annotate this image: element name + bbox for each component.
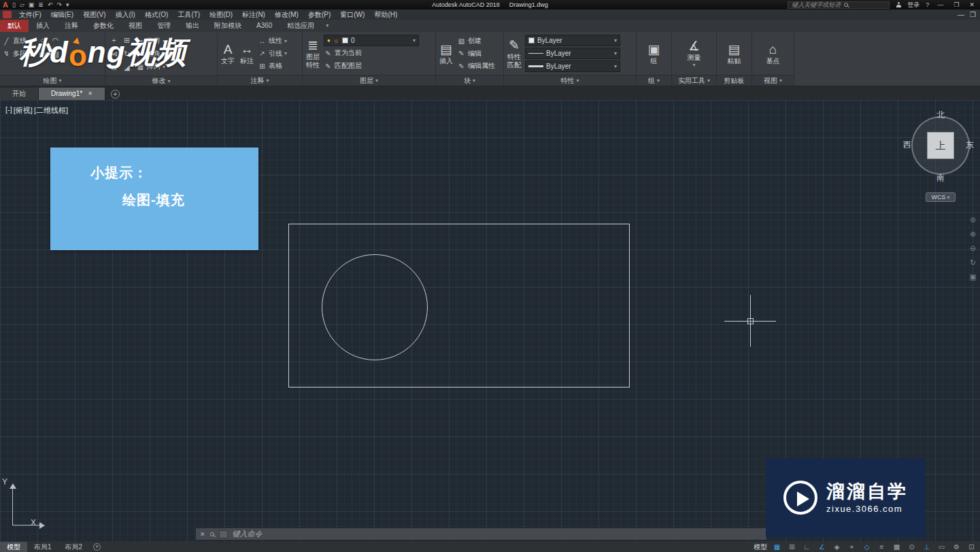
clean-screen-icon[interactable]: ⊡ — [966, 543, 977, 551]
menu-modify[interactable]: 修改(M) — [270, 10, 303, 20]
selection-cycling-icon[interactable]: ⊙ — [907, 543, 917, 551]
viewport-view-control[interactable]: [俯视] — [14, 105, 33, 116]
panel-label-clipboard[interactable]: 剪贴板 — [717, 75, 751, 86]
nav-zoom-icon[interactable]: ⊖ — [970, 244, 976, 252]
dimension-button[interactable]: ↔ 标注 — [239, 33, 255, 73]
undo-icon[interactable]: ↶ — [48, 1, 53, 9]
ribbon-tab-insert[interactable]: 插入 — [29, 20, 57, 32]
edit-attribute-button[interactable]: ✎ 编辑属性 — [457, 60, 495, 72]
text-button[interactable]: A 文字 — [220, 33, 236, 73]
dynamic-ucs-icon[interactable]: ⊥ — [922, 543, 932, 551]
menu-edit[interactable]: 编辑(E) — [46, 10, 78, 20]
app-menu-icon[interactable] — [3, 11, 12, 18]
model-tab[interactable]: 模型 — [0, 542, 27, 552]
measure-button[interactable]: ∡ 测量 ▾ — [686, 33, 703, 73]
layer-dropdown[interactable]: ● ☼ 0 ▾ — [324, 35, 419, 46]
command-search-icon[interactable] — [210, 532, 214, 536]
lineweight-dropdown[interactable]: ByLayer ▾ — [525, 61, 620, 72]
osnap-icon[interactable]: ◇ — [862, 543, 872, 551]
qat-customize-icon[interactable]: ▾ — [66, 1, 69, 9]
wcs-menu-button[interactable]: WCS ▾ — [926, 192, 956, 202]
panel-label-layers[interactable]: 图层 ▾ — [303, 75, 435, 86]
layout2-tab[interactable]: 布局2 — [58, 542, 90, 552]
minimize-button[interactable]: — — [935, 1, 945, 8]
menu-format[interactable]: 格式(O) — [140, 10, 173, 20]
match-layer-button[interactable]: ✎ 匹配图层 — [324, 60, 433, 72]
edit-block-button[interactable]: ✎ 编辑 — [457, 48, 495, 60]
help-icon[interactable]: ? — [926, 1, 929, 9]
isodraft-icon[interactable]: ◈ — [832, 543, 842, 551]
create-block-button[interactable]: ▧ 创建 — [457, 35, 495, 47]
osnap-tracking-icon[interactable]: ⌖ — [847, 543, 857, 551]
make-current-button[interactable]: ✎ 置为当前 — [324, 47, 433, 59]
nav-wheel-icon[interactable]: ⊚ — [970, 215, 976, 224]
search-icon[interactable] — [844, 3, 848, 7]
ortho-icon[interactable]: ∟ — [802, 543, 812, 551]
menu-file[interactable]: 文件(F) — [14, 10, 46, 20]
viewcube-south[interactable]: 南 — [932, 172, 949, 184]
match-properties-button[interactable]: ✎ 特性 匹配 — [506, 33, 522, 73]
close-button[interactable]: ✕ — [967, 1, 977, 8]
viewcube-north[interactable]: 北 — [932, 109, 949, 121]
autocad-logo-icon[interactable]: A — [3, 1, 8, 9]
new-file-icon[interactable]: ▯ — [12, 1, 16, 9]
snap-icon[interactable]: ⊞ — [787, 543, 797, 551]
viewcube-top-face[interactable]: 上 — [927, 132, 954, 159]
ribbon-tab-home[interactable]: 默认 — [0, 20, 29, 32]
leader-button[interactable]: ↗ 引线 ▾ — [258, 48, 287, 60]
menu-help[interactable]: 帮助(H) — [369, 10, 402, 20]
maximize-button[interactable]: ❐ — [951, 1, 961, 8]
ribbon-tab-manage[interactable]: 管理 — [150, 20, 178, 32]
ribbon-tab-addins[interactable]: 附加模块 — [207, 20, 249, 32]
grid-icon[interactable]: ▦ — [772, 543, 782, 551]
ribbon-tab-view[interactable]: 视图 — [121, 20, 150, 32]
help-search-field[interactable]: 键入关键字或短语 — [788, 1, 890, 9]
transparency-icon[interactable]: ▩ — [892, 543, 902, 551]
insert-block-button[interactable]: ▤ 插入 — [438, 33, 454, 73]
paste-button[interactable]: ▤ 粘贴 — [726, 33, 743, 73]
lineweight-icon[interactable]: ≡ — [877, 543, 887, 551]
tab-start[interactable]: 开始 — [0, 88, 39, 100]
doc-minimize-icon[interactable]: — — [958, 11, 964, 18]
viewport-menu-control[interactable]: [-] — [5, 105, 12, 116]
customization-icon[interactable]: ⚙ — [951, 543, 962, 551]
menu-dimension[interactable]: 标注(N) — [237, 10, 270, 20]
plot-icon[interactable]: ≣ — [38, 1, 44, 9]
object-color-dropdown[interactable]: ByLayer ▾ — [525, 35, 620, 46]
recent-commands-icon[interactable] — [219, 530, 228, 538]
drawing-canvas[interactable]: [-] [俯视] [二维线框] 小提示： 绘图-填充 上 北 南 西 东 WCS… — [0, 100, 980, 542]
panel-label-properties[interactable]: 特性 ▾ — [504, 75, 636, 86]
drawn-circle[interactable] — [322, 254, 428, 360]
menu-view[interactable]: 视图(V) — [78, 10, 110, 20]
nav-orbit-icon[interactable]: ↻ — [970, 258, 976, 266]
nav-pan-icon[interactable]: ⊕ — [970, 230, 976, 238]
viewport-visual-style-control[interactable]: [二维线框] — [34, 105, 68, 116]
tab-drawing1[interactable]: Drawing1* ✕ — [39, 88, 105, 100]
ribbon-tab-a360[interactable]: A360 — [249, 20, 280, 32]
panel-label-annotation[interactable]: 注释 ▾ — [218, 75, 302, 86]
nav-motion-icon[interactable]: ▣ — [969, 273, 976, 281]
linear-dim-button[interactable]: ↔ 线性 ▾ — [258, 35, 287, 47]
model-space-label[interactable]: 模型 — [754, 542, 767, 552]
panel-label-modify[interactable]: 修改 ▾ — [105, 75, 217, 86]
ribbon-tab-annotate[interactable]: 注释 — [57, 20, 86, 32]
viewcube-west[interactable]: 西 — [903, 139, 911, 151]
redo-icon[interactable]: ↷ — [56, 1, 62, 9]
ribbon-tab-featured-apps[interactable]: 精选应用 — [280, 20, 322, 32]
doc-restore-icon[interactable]: ❐ — [970, 11, 976, 18]
save-icon[interactable]: ▣ — [29, 1, 35, 9]
menu-insert[interactable]: 插入(I) — [110, 10, 139, 20]
menu-draw[interactable]: 绘图(D) — [205, 10, 237, 20]
linetype-dropdown[interactable]: ByLayer ▾ — [525, 48, 620, 59]
panel-label-utilities[interactable]: 实用工具 ▾ — [672, 75, 716, 86]
table-button[interactable]: ⊞ 表格 — [258, 60, 287, 72]
panel-label-groups[interactable]: 组 ▾ — [637, 75, 671, 86]
ribbon-tab-parametric[interactable]: 参数化 — [86, 20, 121, 32]
polar-tracking-icon[interactable]: ∠ — [817, 543, 827, 551]
menu-parametric[interactable]: 参数(P) — [303, 10, 335, 20]
new-drawing-icon[interactable]: + — [111, 90, 120, 99]
command-line[interactable]: ✕ 键入命令 — [195, 528, 767, 540]
signin-button[interactable]: 登录 — [907, 1, 919, 10]
panel-label-draw[interactable]: 绘图 ▾ — [0, 75, 105, 86]
panel-label-block[interactable]: 块 ▾ — [436, 75, 503, 86]
